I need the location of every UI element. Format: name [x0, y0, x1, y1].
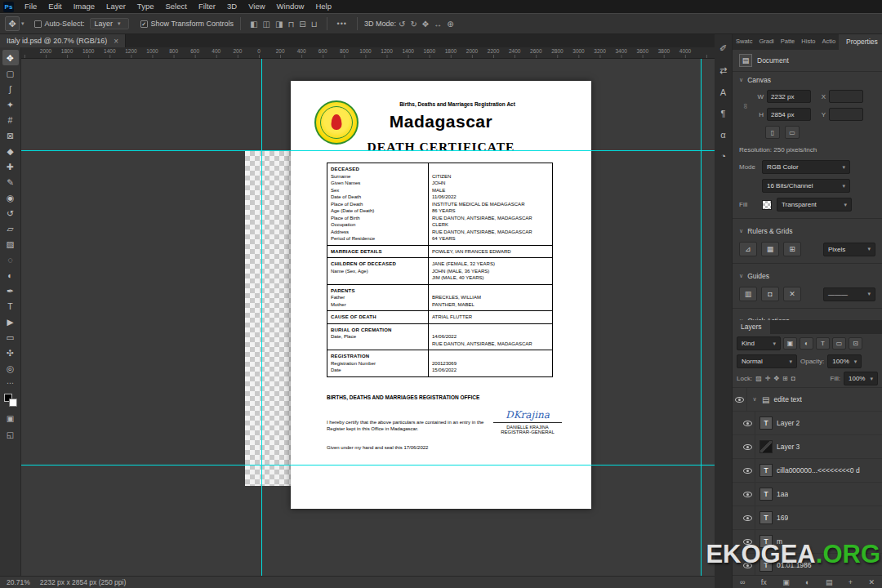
screen-mode-icon[interactable]: ◱: [7, 430, 14, 439]
dodge-tool[interactable]: ◐: [2, 267, 19, 283]
glyphs-panel-icon[interactable]: α: [720, 130, 725, 140]
slide-3d-icon[interactable]: ↔: [434, 20, 442, 29]
lock-transparency-icon[interactable]: ▨: [755, 375, 762, 382]
horizontal-guide[interactable]: [21, 465, 715, 466]
character-panel-icon[interactable]: A: [720, 87, 726, 97]
lock-guides-icon[interactable]: ◘: [761, 287, 779, 301]
canvas-section-header[interactable]: ∨ Canvas: [733, 72, 882, 88]
close-icon[interactable]: ×: [114, 37, 118, 46]
brush-tool[interactable]: ✎: [2, 174, 19, 189]
color-mode-dropdown[interactable]: RGB Color ▾: [762, 160, 850, 174]
healing-brush-tool[interactable]: ✚: [2, 158, 19, 174]
app-logo[interactable]: Ps: [3, 2, 14, 12]
filter-type-layers-icon[interactable]: T: [816, 337, 830, 350]
brush-settings-panel-icon[interactable]: ✐: [719, 43, 727, 54]
visibility-toggle[interactable]: [741, 459, 755, 482]
clone-source-panel-icon[interactable]: ◔: [720, 151, 726, 161]
path-selection-tool[interactable]: ▶: [2, 314, 19, 329]
gradient-tool[interactable]: ▨: [2, 236, 19, 252]
drag-3d-icon[interactable]: ✥: [422, 20, 429, 29]
layer-row[interactable]: Tcilla000000...<<<<<<<<0 d: [733, 459, 882, 483]
guides-section-header[interactable]: ∨ Guides: [733, 268, 882, 284]
frame-tool[interactable]: ⊠: [2, 127, 19, 143]
horizontal-ruler[interactable]: 2000180016001400120010008006004002000200…: [21, 47, 715, 59]
link-layers-icon[interactable]: ∞: [740, 578, 745, 586]
scale-3d-icon[interactable]: ⊕: [447, 20, 453, 29]
menu-select[interactable]: Select: [159, 0, 192, 13]
x-field[interactable]: [829, 90, 863, 103]
menu-layer[interactable]: Layer: [100, 0, 131, 13]
vertical-guide[interactable]: [701, 59, 702, 576]
lock-artboard-icon[interactable]: ⊞: [782, 375, 788, 382]
lock-all-icon[interactable]: ◘: [791, 375, 795, 382]
color-swatches[interactable]: [4, 394, 17, 407]
toggle-grid-icon[interactable]: ▦: [761, 242, 779, 256]
pen-tool[interactable]: ✒: [2, 283, 19, 298]
certificate-document[interactable]: Births, Deaths and Marriages Registratio…: [291, 81, 591, 509]
align-vertical-centers-icon[interactable]: ⊟: [299, 20, 305, 29]
document-tab[interactable]: Italy id.psd @ 20.7% (RGB/16) ×: [0, 34, 126, 47]
show-transform-checkbox[interactable]: ✓: [140, 20, 148, 28]
visibility-toggle[interactable]: [733, 388, 747, 411]
hand-tool[interactable]: ✣: [2, 345, 19, 360]
new-group-icon[interactable]: ▤: [826, 578, 833, 586]
new-layer-icon[interactable]: +: [849, 578, 853, 586]
y-field[interactable]: [829, 108, 863, 121]
quick-actions-section-header[interactable]: ∨ Quick Actions: [733, 313, 882, 320]
height-field[interactable]: 2854 px: [767, 108, 811, 121]
vertical-guide[interactable]: [261, 59, 262, 576]
quick-selection-tool[interactable]: ✦: [2, 96, 19, 112]
visibility-toggle[interactable]: [741, 435, 755, 458]
menu-image[interactable]: Image: [68, 0, 100, 13]
kind-filter-dropdown[interactable]: Kind ▾: [737, 336, 781, 350]
crop-tool[interactable]: #: [2, 112, 19, 127]
toggle-guides-icon[interactable]: ▥: [739, 287, 757, 301]
units-dropdown[interactable]: Pixels ▾: [823, 243, 875, 256]
blur-tool[interactable]: ◌: [2, 252, 19, 267]
menu-help[interactable]: Help: [310, 0, 337, 13]
visibility-toggle[interactable]: [741, 412, 755, 434]
roll-3d-icon[interactable]: ↻: [410, 20, 416, 29]
tab-layers[interactable]: Layers: [733, 320, 770, 334]
visibility-toggle[interactable]: [741, 506, 755, 529]
opacity-dropdown[interactable]: 100% ▾: [827, 354, 862, 368]
lock-pixels-icon[interactable]: ✛: [765, 375, 771, 382]
menu-file[interactable]: File: [19, 0, 42, 13]
toggle-rulers-icon[interactable]: ⊿: [739, 242, 757, 256]
tab-actio[interactable]: Actio: [818, 33, 839, 50]
shape-tool[interactable]: ▭: [2, 329, 19, 345]
edit-toolbar-icon[interactable]: ⋯: [7, 379, 14, 387]
type-tool[interactable]: T: [2, 298, 19, 314]
group-expand-icon[interactable]: ∨: [751, 396, 758, 403]
landscape-orientation-icon[interactable]: ▭: [785, 126, 800, 139]
eyedropper-tool[interactable]: ◆: [2, 143, 19, 158]
tab-properties[interactable]: Properties: [839, 33, 882, 50]
history-brush-tool[interactable]: ↺: [2, 205, 19, 220]
menu-filter[interactable]: Filter: [193, 0, 221, 13]
blend-mode-dropdown[interactable]: Normal ▾: [737, 354, 797, 368]
layer-row[interactable]: TLayer 2: [733, 412, 882, 435]
tab-gradi[interactable]: Gradi: [755, 33, 777, 50]
swap-panels-icon[interactable]: ⇄: [719, 65, 727, 76]
filter-shape-layers-icon[interactable]: ▭: [832, 337, 846, 350]
zoom-tool[interactable]: ◎: [2, 360, 19, 376]
layer-effects-icon[interactable]: fx: [761, 578, 767, 586]
horizontal-guide[interactable]: [21, 150, 715, 151]
lasso-tool[interactable]: ʃ: [2, 81, 19, 96]
layer-row[interactable]: ∨▤edite text: [733, 388, 882, 412]
align-right-edges-icon[interactable]: ◨: [275, 20, 283, 29]
menu-type[interactable]: Type: [131, 0, 160, 13]
guide-style-dropdown[interactable]: ——— ▾: [823, 287, 875, 301]
auto-select-target-dropdown[interactable]: Layer ▾: [90, 18, 129, 29]
add-layer-mask-icon[interactable]: ▣: [782, 578, 790, 586]
menu-3d[interactable]: 3D: [221, 0, 243, 13]
tab-patte[interactable]: Patte: [777, 33, 799, 50]
canvas-area[interactable]: Births, Deaths and Marriages Registratio…: [21, 59, 715, 576]
bit-depth-dropdown[interactable]: 16 Bits/Channel ▾: [762, 179, 850, 193]
tab-histo[interactable]: Histo: [798, 33, 818, 50]
filter-adjustment-layers-icon[interactable]: ◐: [800, 337, 813, 350]
fill-swatch[interactable]: [762, 200, 772, 210]
layer-row[interactable]: T1aa: [733, 483, 882, 506]
filter-smart-objects-icon[interactable]: ⊡: [849, 337, 862, 350]
clone-stamp-tool[interactable]: ◉: [2, 189, 19, 205]
